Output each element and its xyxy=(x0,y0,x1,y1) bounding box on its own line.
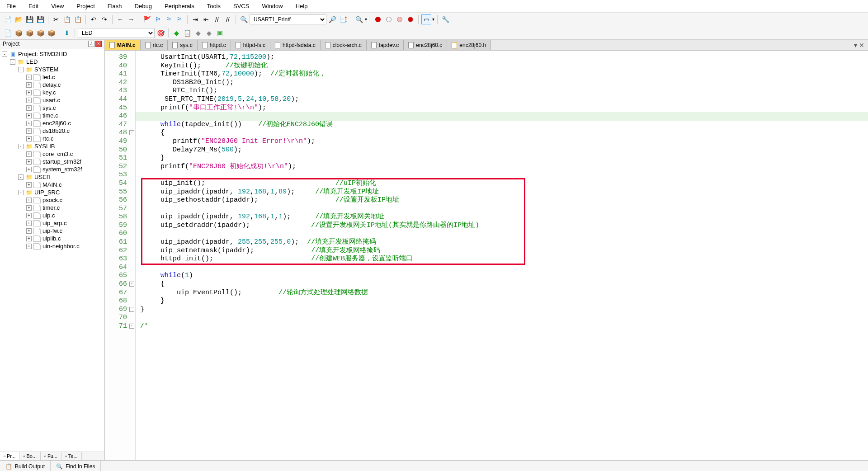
file-delay-c[interactable]: +delay.c xyxy=(0,81,104,89)
menu-tools[interactable]: Tools xyxy=(201,1,227,11)
tree-expander-icon[interactable]: + xyxy=(26,205,32,211)
window-icon[interactable]: ▭ xyxy=(421,14,431,24)
file-tab-sys-c[interactable]: sys.c xyxy=(168,40,197,50)
download-icon[interactable]: ⬇ xyxy=(62,28,72,38)
find-combo[interactable]: USART1_Printf xyxy=(250,14,326,24)
tree-expander-icon[interactable]: + xyxy=(26,228,32,234)
tree-expander-icon[interactable]: + xyxy=(26,105,32,111)
outdent-icon[interactable]: ⇤ xyxy=(201,14,211,24)
file-tab-enc28j60-c[interactable]: enc28j60.c xyxy=(404,40,447,50)
panel-pin-icon[interactable]: ⇩ xyxy=(88,41,94,47)
menu-flash[interactable]: Flash xyxy=(101,1,128,11)
batch-build-icon[interactable]: 📦 xyxy=(35,28,45,38)
menu-debug[interactable]: Debug xyxy=(128,1,158,11)
nav-back-icon[interactable]: ← xyxy=(115,14,125,24)
comment-icon[interactable]: // xyxy=(212,14,222,24)
file-tab-httpd-fs-c[interactable]: httpd-fs.c xyxy=(231,40,270,50)
code-editor[interactable]: 39404142434445464748-4950515253545556575… xyxy=(105,51,868,460)
file-timer-c[interactable]: +timer.c xyxy=(0,204,104,212)
file-usart-c[interactable]: +usart.c xyxy=(0,96,104,104)
file-tab-MAIN-c[interactable]: MAIN.c xyxy=(105,40,141,50)
undo-icon[interactable]: ↶ xyxy=(89,14,99,24)
tree-expander-icon[interactable]: + xyxy=(26,121,32,126)
manage-icon-3[interactable]: ◆ xyxy=(193,28,203,38)
stop-build-icon[interactable]: 📦 xyxy=(46,28,56,38)
cut-icon[interactable]: ✂ xyxy=(51,14,61,24)
tree-expander-icon[interactable]: - xyxy=(18,67,24,72)
file-time-c[interactable]: +time.c xyxy=(0,112,104,119)
tree-expander-icon[interactable]: + xyxy=(26,75,32,80)
file-tab-httpd-c[interactable]: httpd.c xyxy=(198,40,231,50)
paste-icon[interactable]: 📋 xyxy=(73,14,83,24)
fold-icon[interactable]: - xyxy=(129,282,134,287)
debug-icon[interactable]: 🔍 xyxy=(354,14,364,24)
group-uip_src[interactable]: -📁UIP_SRC xyxy=(0,188,104,196)
copy-icon[interactable]: 📋 xyxy=(62,14,72,24)
redo-icon[interactable]: ↷ xyxy=(99,14,109,24)
tree-expander-icon[interactable]: + xyxy=(26,221,32,226)
tree-expander-icon[interactable]: + xyxy=(26,128,32,134)
tree-expander-icon[interactable]: - xyxy=(18,174,24,180)
menu-edit[interactable]: Edit xyxy=(22,1,45,11)
menu-project[interactable]: Project xyxy=(70,1,101,11)
tab-dropdown-icon[interactable]: ▾ xyxy=(854,42,857,49)
file-system_stm32f[interactable]: +system_stm32f xyxy=(0,165,104,173)
tree-expander-icon[interactable]: + xyxy=(26,82,32,88)
new-file-icon[interactable]: 📄 xyxy=(3,14,13,24)
tree-expander-icon[interactable]: + xyxy=(26,198,32,203)
find-files-icon[interactable]: 📑 xyxy=(338,14,348,24)
bookmark-clear-icon[interactable]: 🏳 xyxy=(175,14,184,24)
target-led[interactable]: -📁LED xyxy=(0,58,104,66)
tree-expander-icon[interactable]: + xyxy=(26,244,32,249)
panel-tab-3[interactable]: ▫Te... xyxy=(61,452,82,460)
fold-icon[interactable]: - xyxy=(129,324,134,329)
fold-icon[interactable]: - xyxy=(129,307,134,312)
file-core_cm3-c[interactable]: +core_cm3.c xyxy=(0,150,104,158)
file-sys-c[interactable]: +sys.c xyxy=(0,104,104,112)
manage-icon-2[interactable]: 📋 xyxy=(182,28,192,38)
tree-expander-icon[interactable]: + xyxy=(26,159,32,165)
translate-icon[interactable]: 📄 xyxy=(3,28,13,38)
file-startup_stm32f[interactable]: +startup_stm32f xyxy=(0,158,104,165)
project-root[interactable]: -▣Project: STM32HD xyxy=(0,50,104,58)
manage-icon-4[interactable]: ◆ xyxy=(204,28,214,38)
manage-icon[interactable]: ◆ xyxy=(171,28,181,38)
find-icon[interactable]: 🔍 xyxy=(239,14,249,24)
save-all-icon[interactable]: 💾 xyxy=(35,14,45,24)
configure-icon[interactable]: 🔧 xyxy=(440,14,450,24)
rebuild-icon[interactable]: 📦 xyxy=(24,28,34,38)
breakpoint-kill-icon[interactable] xyxy=(406,14,415,24)
breakpoint-enable-icon[interactable] xyxy=(384,14,394,24)
file-tab-enc28j60-h[interactable]: enc28j60.h xyxy=(447,40,491,50)
file-uip_arp-c[interactable]: +uip_arp.c xyxy=(0,219,104,227)
bookmark-next-icon[interactable]: 🏳 xyxy=(164,14,174,24)
tree-expander-icon[interactable]: + xyxy=(26,182,32,188)
tree-expander-icon[interactable]: - xyxy=(10,59,15,65)
build-icon[interactable]: 📦 xyxy=(14,28,24,38)
breakpoint-insert-icon[interactable] xyxy=(373,14,383,24)
group-system[interactable]: -📁SYSTEM xyxy=(0,66,104,73)
group-user[interactable]: -📁USER xyxy=(0,173,104,181)
panel-tab-1[interactable]: ▫Bo... xyxy=(19,452,41,460)
tree-expander-icon[interactable]: + xyxy=(26,136,32,141)
file-psock-c[interactable]: +psock.c xyxy=(0,196,104,204)
tree-expander-icon[interactable]: + xyxy=(26,213,32,218)
file-enc28j60-c[interactable]: +enc28j60.c xyxy=(0,119,104,127)
panel-close-icon[interactable]: × xyxy=(95,41,102,47)
file-uip-c[interactable]: +uip.c xyxy=(0,212,104,219)
menu-svcs[interactable]: SVCS xyxy=(227,1,255,11)
breakpoint-disable-icon[interactable] xyxy=(395,14,405,24)
file-ds18b20-c[interactable]: +ds18b20.c xyxy=(0,127,104,135)
tree-expander-icon[interactable]: + xyxy=(26,236,32,241)
file-tab-clock-arch-c[interactable]: clock-arch.c xyxy=(321,40,367,50)
file-uip-fw-c[interactable]: +uip-fw.c xyxy=(0,227,104,235)
file-key-c[interactable]: +key.c xyxy=(0,89,104,96)
tab-close-icon[interactable]: ✕ xyxy=(859,42,864,49)
file-uin-neighbor-c[interactable]: +uin-neighbor.c xyxy=(0,242,104,250)
menu-view[interactable]: View xyxy=(45,1,70,11)
bookmark-prev-icon[interactable]: 🏳 xyxy=(153,14,163,24)
find-next-icon[interactable]: 🔎 xyxy=(327,14,337,24)
panel-tab-0[interactable]: ▫Pr... xyxy=(0,452,19,460)
tree-expander-icon[interactable]: + xyxy=(26,90,32,95)
code-body[interactable]: UsartInit(USART1,72,115200); KeyInit(); … xyxy=(136,51,868,460)
